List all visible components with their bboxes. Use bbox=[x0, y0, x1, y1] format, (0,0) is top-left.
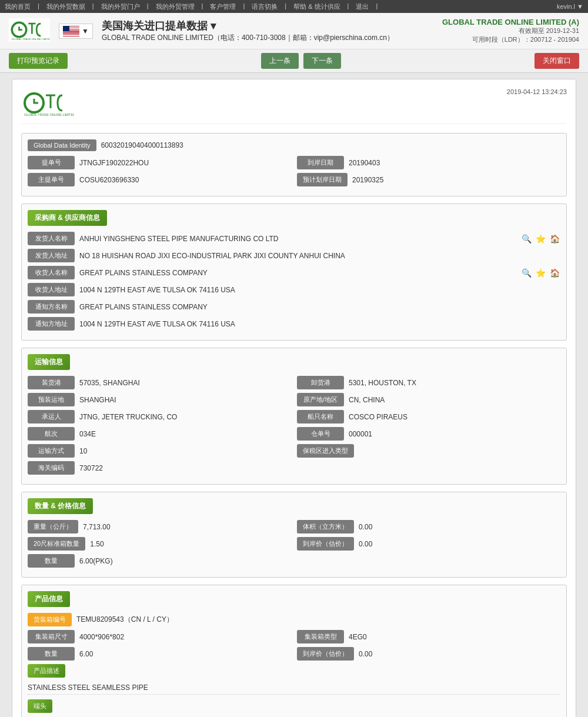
main-bill-value: COSU6203696330 bbox=[79, 176, 291, 184]
buyer-supplier-header: 采购商 & 供应商信息 bbox=[28, 210, 560, 232]
bill-no-label: 提单号 bbox=[28, 156, 75, 169]
container-price-row: 20尺标准箱数量 1.50 到岸价（估价） 0.00 bbox=[28, 537, 560, 551]
toolbar-center: 上一条 下一条 bbox=[261, 53, 341, 69]
sender-addr-row: 发货人地址 NO 18 HUISHAN ROAD JIXI ECO-INDUST… bbox=[28, 249, 560, 262]
origin-col: 原产地/地区 CN, CHINA bbox=[297, 393, 560, 406]
flag-selector[interactable]: ▼ bbox=[59, 24, 93, 39]
nav-customer[interactable]: 语言切换 bbox=[252, 2, 278, 11]
product-desc-value: STAINLESS STEEL SEAMLESS PIPE bbox=[28, 681, 560, 695]
container-size-label: 集装箱尺寸 bbox=[28, 630, 75, 643]
nav-sep4: | bbox=[202, 2, 203, 11]
page-header: GLOBAL TRADE ONLINE LIMITED ▼ 美国海关进口提单数据… bbox=[0, 13, 588, 49]
section-header-transport: 运输信息 bbox=[28, 354, 70, 370]
nav-language[interactable]: 帮助 & 统计供应 bbox=[293, 2, 340, 11]
container-type-value: 4EG0 bbox=[349, 633, 560, 641]
nav-help[interactable]: 退出 bbox=[356, 2, 369, 11]
container20-value: 1.50 bbox=[90, 540, 291, 548]
nav-trade-manage[interactable]: 我的外贸管理 bbox=[156, 2, 195, 11]
transport-section: 运输信息 装货港 57035, SHANGHAI 卸货港 5301, HOUST… bbox=[21, 348, 567, 485]
prod-qty-label: 数量 bbox=[28, 647, 75, 661]
weight-value: 7,713.00 bbox=[83, 523, 291, 531]
voyage-label: 航次 bbox=[28, 427, 75, 441]
warehouse-value: 000001 bbox=[349, 430, 560, 438]
nav-home[interactable]: 我的首页 bbox=[5, 2, 31, 11]
prod-arrive-price-col: 到岸价（估价） 0.00 bbox=[297, 647, 560, 661]
page-subtitle: GLOBAL TRADE ONLINE LIMITED（电话：400-710-3… bbox=[102, 33, 394, 43]
depart-date-label: 到岸日期 bbox=[297, 156, 344, 169]
transport-header: 运输信息 bbox=[28, 354, 560, 376]
prev-button-top[interactable]: 上一条 bbox=[261, 53, 299, 69]
receiver-addr-value: 1004 N 129TH EAST AVE TULSA OK 74116 USA bbox=[79, 286, 560, 294]
qty-value: 6.00(PKG) bbox=[79, 557, 560, 565]
notify-addr-value: 1004 N 129TH EAST AVE TULSA OK 74116 USA bbox=[79, 320, 560, 328]
receiver-addr-label: 收货人地址 bbox=[28, 283, 75, 296]
transport-mode-label: 运输方式 bbox=[28, 444, 75, 458]
svg-text:GLOBAL TRADE ONLINE LIMITED: GLOBAL TRADE ONLINE LIMITED bbox=[24, 113, 74, 116]
qty-row: 数量 6.00(PKG) bbox=[28, 554, 560, 568]
nav-sep5: | bbox=[243, 2, 245, 11]
header-left: GLOBAL TRADE ONLINE LIMITED ▼ 美国海关进口提单数据… bbox=[9, 18, 394, 44]
carrier-vessel-row: 承运人 JTNG, JETER TRUCKING, CO 船只名称 COSCO … bbox=[28, 410, 560, 423]
nav-sep6: | bbox=[285, 2, 286, 11]
nav-sep8: | bbox=[376, 2, 377, 11]
nav-trade-data[interactable]: 我的外贸数据 bbox=[46, 2, 85, 11]
origin-value: CN, CHINA bbox=[349, 396, 560, 404]
global-id-label: Global Data Identity bbox=[28, 139, 96, 151]
toolbar-right: 关闭窗口 bbox=[534, 53, 579, 69]
section-header-qty: 数量 & 价格信息 bbox=[28, 498, 93, 514]
top-nav-menu: 我的首页 | 我的外贸数据 | 我的外贸门户 | 我的外贸管理 | 客户管理 |… bbox=[5, 2, 385, 11]
search-icon[interactable]: 🔍 bbox=[520, 233, 532, 245]
load-port-label: 装货港 bbox=[28, 376, 75, 389]
load-port-col: 装货港 57035, SHANGHAI bbox=[28, 376, 291, 389]
voyage-col: 航次 034E bbox=[28, 427, 291, 441]
star-icon-2[interactable]: ⭐ bbox=[534, 267, 546, 279]
eta-label: 预计划岸日期 bbox=[297, 173, 348, 186]
qty-price-header: 数量 & 价格信息 bbox=[28, 498, 560, 520]
depart-date-col: 到岸日期 20190403 bbox=[297, 156, 560, 169]
nav-trade-portal[interactable]: 我的外贸门户 bbox=[101, 2, 140, 11]
close-button-top[interactable]: 关闭窗口 bbox=[534, 53, 579, 69]
preload-col: 预装运地 SHANGHAI bbox=[28, 393, 291, 406]
product-section-header: 产品信息 bbox=[28, 591, 560, 613]
prod-qty-value: 6.00 bbox=[79, 650, 291, 658]
vessel-label: 船只名称 bbox=[297, 410, 344, 423]
vessel-value: COSCO PIRAEUS bbox=[349, 413, 560, 421]
nav-sep7: | bbox=[348, 2, 349, 11]
global-id-row: Global Data Identity 6003201904040001138… bbox=[28, 139, 560, 151]
home-icon-2[interactable]: 🏠 bbox=[549, 267, 560, 279]
product-section: 产品信息 货装箱编号 TEMU8209543（CN / L / CY） 集装箱尺… bbox=[21, 585, 567, 717]
nav-trade-tools[interactable]: 客户管理 bbox=[210, 2, 236, 11]
origin-label: 原产地/地区 bbox=[297, 393, 344, 406]
volume-label: 体积（立方米） bbox=[297, 520, 354, 533]
receiver-addr-row: 收货人地址 1004 N 129TH EAST AVE TULSA OK 741… bbox=[28, 283, 560, 296]
arrive-price-label: 到岸价（估价） bbox=[297, 537, 354, 551]
head-label: 端头 bbox=[28, 699, 52, 713]
voyage-value: 034E bbox=[79, 430, 291, 438]
document-card: GLOBAL TRADE ONLINE LIMITED 2019-04-12 1… bbox=[12, 79, 576, 717]
preload-value: SHANGHAI bbox=[79, 396, 291, 404]
nav-sep: | bbox=[38, 2, 39, 11]
bill-no-col: 提单号 JTNGJF1902022HOU bbox=[28, 156, 291, 169]
print-button-top[interactable]: 打印预览记录 bbox=[9, 53, 68, 69]
main-bill-col: 主提单号 COSU6203696330 bbox=[28, 173, 291, 186]
transport-mode-free-row: 运输方式 10 保税区进入类型 bbox=[28, 444, 560, 458]
brand-name: GLOBAL TRADE ONLINE LIMITED (A) bbox=[442, 18, 579, 26]
notify-name-value: GREAT PLAINS STAINLESS COMPANY bbox=[79, 303, 560, 311]
section-header-product: 产品信息 bbox=[28, 591, 70, 607]
home-icon[interactable]: 🏠 bbox=[549, 233, 560, 245]
main-content: GLOBAL TRADE ONLINE LIMITED 2019-04-12 1… bbox=[0, 73, 588, 717]
main-bill-label: 主提单号 bbox=[28, 173, 75, 186]
next-button-top[interactable]: 下一条 bbox=[303, 53, 341, 69]
head-block: 端头 NM bbox=[28, 699, 560, 717]
volume-value: 0.00 bbox=[359, 523, 560, 531]
star-icon[interactable]: ⭐ bbox=[534, 233, 546, 245]
page-title: 美国海关进口提单数据 ▾ bbox=[102, 19, 394, 33]
arrive-price-value: 0.00 bbox=[359, 540, 560, 548]
nav-sep3: | bbox=[147, 2, 149, 11]
container-no-value: TEMU8209543（CN / L / CY） bbox=[76, 615, 560, 625]
container-no-row: 货装箱编号 TEMU8209543（CN / L / CY） bbox=[28, 613, 560, 626]
search-icon-2[interactable]: 🔍 bbox=[520, 267, 532, 279]
identity-section: Global Data Identity 6003201904040001138… bbox=[21, 133, 567, 196]
bill-no-value: JTNGJF1902022HOU bbox=[79, 159, 291, 167]
ldr-info: 可用时段（LDR）：200712 - 201904 bbox=[442, 35, 579, 44]
